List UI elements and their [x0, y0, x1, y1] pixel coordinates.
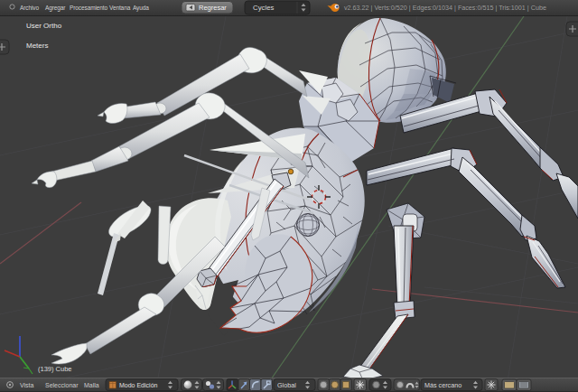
- svg-text:Malla: Malla: [84, 382, 99, 388]
- svg-text:Global: Global: [277, 381, 296, 389]
- svg-text:Ayuda: Ayuda: [133, 5, 149, 12]
- svg-text:User Ortho: User Ortho: [26, 22, 62, 30]
- svg-text:Vista: Vista: [20, 382, 34, 388]
- svg-text:Seleccionar: Seleccionar: [45, 382, 79, 388]
- svg-text:Cycles: Cycles: [253, 4, 274, 12]
- svg-text:Modo Edición: Modo Edición: [119, 382, 158, 388]
- svg-text:Archivo: Archivo: [20, 5, 39, 11]
- svg-text:Procesamiento: Procesamiento: [70, 5, 108, 11]
- svg-text:Regresar: Regresar: [199, 4, 227, 12]
- svg-text:v2.63.22 | Verts:0/520 | Edges: v2.63.22 | Verts:0/520 | Edges:0/1034 | …: [344, 4, 546, 12]
- svg-text:(139) Cube: (139) Cube: [38, 365, 72, 373]
- svg-text:Ventana: Ventana: [109, 5, 131, 11]
- svg-text:Meters: Meters: [26, 42, 48, 50]
- svg-text:Agregar: Agregar: [45, 5, 66, 12]
- svg-text:Más cercano: Más cercano: [424, 381, 461, 389]
